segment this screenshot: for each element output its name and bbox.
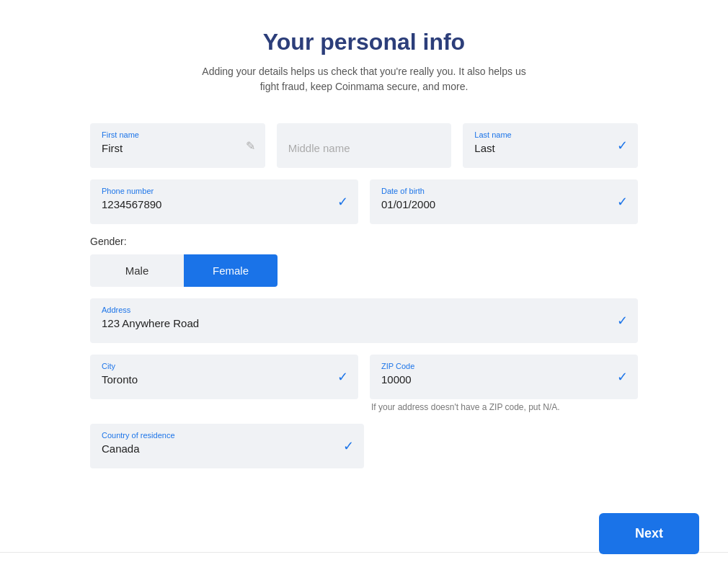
middle-name-placeholder: Middle name [288,142,350,154]
city-value: Toronto [102,373,138,386]
zip-field[interactable]: ZIP Code 10000 ✓ [370,355,638,399]
edit-icon: ✎ [246,139,255,153]
gender-toggle: Male Female [90,254,278,287]
city-label: City [102,362,329,370]
country-check-icon: ✓ [343,438,354,454]
gender-male-button[interactable]: Male [90,254,184,287]
country-field[interactable]: Country of residence Canada ✓ [90,424,364,468]
middle-name-field[interactable]: Middle name Middle name [277,123,452,168]
zip-label: ZIP Code [381,362,609,370]
last-name-field[interactable]: Last name Last ✓ [463,123,638,168]
first-name-field[interactable]: First name First ✎ [90,123,265,168]
gender-label: Gender: [90,236,638,247]
country-label: Country of residence [102,431,335,440]
country-value: Canada [102,442,140,455]
first-name-label: First name [102,130,236,139]
address-value: 123 Anywhere Road [102,317,199,329]
dob-value: 01/01/2000 [381,198,435,210]
dob-check-icon: ✓ [617,194,628,210]
address-field[interactable]: Address 123 Anywhere Road ✓ [90,298,638,343]
phone-label: Phone number [102,187,329,195]
gender-female-button[interactable]: Female [184,254,278,287]
city-field[interactable]: City Toronto ✓ [90,355,358,399]
last-name-label: Last name [474,130,609,139]
last-name-value: Last [474,142,494,154]
zip-check-icon: ✓ [617,369,628,385]
phone-check-icon: ✓ [337,194,348,210]
dob-field[interactable]: Date of birth 01/01/2000 ✓ [370,179,638,224]
address-label: Address [102,306,609,314]
phone-value: 1234567890 [102,198,161,210]
address-check-icon: ✓ [617,313,628,329]
next-button[interactable]: Next [599,513,699,554]
page-title: Your personal info [54,29,674,55]
dob-label: Date of birth [381,187,609,195]
page-subtitle: Adding your details helps us check that … [198,64,530,94]
phone-field[interactable]: Phone number 1234567890 ✓ [90,179,358,224]
zip-value: 10000 [381,373,412,386]
first-name-value: First [102,142,123,154]
last-name-check-icon: ✓ [617,138,628,153]
zip-hint: If your address doesn't have a ZIP code,… [371,402,638,412]
city-check-icon: ✓ [337,369,348,385]
